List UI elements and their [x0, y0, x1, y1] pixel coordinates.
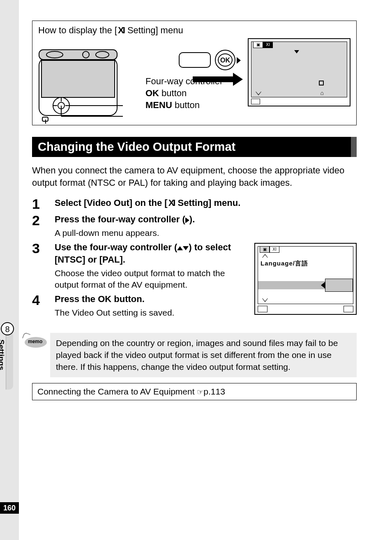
callout-menu: MENU button — [145, 100, 200, 111]
step-number: 1 — [32, 197, 55, 211]
side-tab-bar — [6, 332, 13, 390]
memo-text: Depending on the country or region, imag… — [50, 333, 357, 377]
dropdown-box — [325, 279, 353, 292]
menu-icon-text: MENU — [145, 100, 172, 110]
callout-menu-suffix: button — [172, 100, 200, 110]
page-margin-strip — [0, 0, 19, 540]
ok-icon-text: OK — [145, 88, 159, 98]
step-3: 3 Use the four-way controller () to sele… — [32, 241, 249, 291]
lcd-screen-illustration-2: ▣ XI Language/言語 — [254, 243, 357, 315]
right-triangle-icon — [237, 57, 241, 64]
step-title: Use the four-way controller () to select… — [55, 241, 249, 265]
memo-icon: memo — [25, 335, 47, 377]
home-icon: ⌂ — [321, 90, 324, 96]
setting-icon: XI — [168, 197, 175, 209]
callout-ok-suffix: button — [159, 88, 187, 98]
chapter-number: 8 — [1, 322, 14, 335]
reference-text: Connecting the Camera to AV Equipment — [37, 387, 197, 396]
right-triangle-icon — [185, 217, 189, 223]
step-4: 4 Press the OK button. The Video Out set… — [32, 293, 249, 318]
section-heading: Changing the Video Output Format — [32, 137, 357, 157]
step-description: Choose the video output format to match … — [55, 268, 249, 291]
chapter-side-tab: 8 Settings — [0, 325, 21, 395]
howto-title-suffix: Setting] menu — [125, 25, 183, 35]
scroll-down-icon-fill — [263, 298, 267, 301]
steps-list: 1 Select [Video Out] on the [XI Setting]… — [32, 197, 357, 321]
lcd-tab-setting-icon: XI — [270, 246, 279, 253]
up-triangle-icon — [177, 246, 183, 250]
setting-icon: XI — [118, 25, 124, 36]
step-title: Press the four-way controller (). — [55, 213, 357, 226]
howto-title-prefix: How to display the [ — [38, 25, 117, 35]
menu-button-illustration — [179, 52, 211, 68]
chevron-down-icon — [294, 50, 299, 53]
step-number: 3 — [32, 241, 55, 291]
lcd-footer-right — [344, 306, 353, 312]
reference-page: p.113 — [203, 387, 225, 396]
svg-rect-5 — [42, 60, 115, 97]
page-number: 160 — [0, 502, 19, 514]
step-description: The Video Out setting is saved. — [55, 307, 249, 318]
chapter-label: Settings — [0, 339, 6, 389]
language-label: Language/言語 — [261, 260, 308, 268]
howto-box: How to display the [XI Setting] menu — [32, 21, 357, 125]
svg-point-3 — [83, 51, 89, 58]
svg-point-2 — [46, 51, 63, 58]
lcd-footer-left — [258, 306, 267, 312]
svg-point-4 — [96, 51, 109, 58]
scroll-up-icon-fill — [263, 255, 267, 258]
arrow-right-icon — [193, 76, 234, 82]
callout-ok: OK button — [145, 88, 187, 99]
ok-button-illustration: OK — [218, 53, 233, 67]
scroll-down-icon-fill — [256, 92, 261, 95]
howto-title: How to display the [XI Setting] menu — [38, 25, 350, 36]
ok-icon-text: OK — [98, 294, 111, 304]
camera-illustration — [37, 46, 123, 124]
step-number: 4 — [32, 293, 55, 318]
lcd-tab-camera-icon: ▣ — [260, 246, 270, 253]
down-triangle-icon — [183, 246, 189, 250]
step-description: A pull-down menu appears. — [55, 227, 357, 239]
square-icon — [319, 81, 324, 85]
memo-label: memo — [28, 339, 42, 344]
lcd-footer-tab — [251, 99, 260, 104]
step-1: 1 Select [Video Out] on the [XI Setting]… — [32, 197, 357, 211]
lcd-inner: ▣ XI Language/言語 — [258, 246, 353, 304]
page-content: How to display the [XI Setting] menu — [32, 21, 357, 400]
lcd-tabs: ▣ XI — [253, 42, 273, 48]
lcd-tabs: ▣ XI — [260, 246, 279, 253]
memo-block: memo Depending on the country or region,… — [32, 333, 357, 377]
intro-paragraph: When you connect the camera to AV equipm… — [32, 164, 357, 189]
pointer-icon: ☞ — [197, 388, 203, 396]
reference-box: Connecting the Camera to AV Equipment ☞p… — [32, 383, 357, 400]
lcd-tab-camera-icon: ▣ — [253, 42, 263, 48]
step-2: 2 Press the four-way controller (). A pu… — [32, 213, 357, 239]
lcd-tab-setting-icon: XI — [263, 42, 273, 48]
step-number: 2 — [32, 213, 55, 239]
left-triangle-icon — [321, 282, 325, 288]
step-title: Press the OK button. — [55, 293, 249, 305]
lcd-inner: ▣ XI ⌂ — [251, 42, 347, 97]
step-title: Select [Video Out] on the [XI Setting] m… — [55, 197, 357, 209]
lcd-screen-illustration-1: ▣ XI ⌂ — [248, 38, 350, 106]
